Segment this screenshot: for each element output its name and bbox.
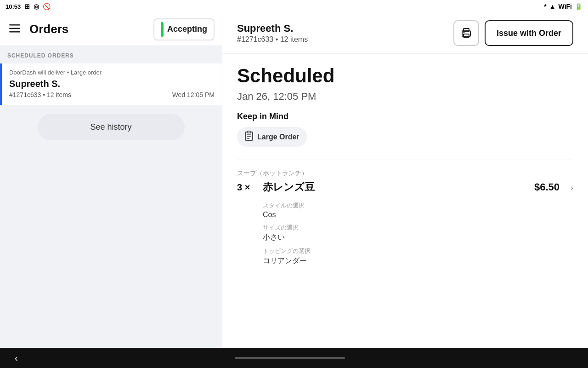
svg-rect-1: [9, 28, 20, 29]
order-status: Scheduled: [237, 65, 573, 87]
main-header: Supreeth S. #1271c633 • 12 items Issue w…: [222, 13, 588, 54]
order-item-row[interactable]: 3 × 赤レンズ豆 $6.50 ›: [237, 180, 573, 194]
customization-topping: トッピングの選択 コリアンダー: [263, 247, 573, 266]
style-value: Cos: [263, 211, 573, 219]
item-chevron-icon: ›: [571, 183, 573, 193]
order-card-customer-name: Supreeth S.: [9, 79, 215, 89]
style-label: スタイルの選択: [263, 201, 573, 210]
main-body: Scheduled Jan 26, 12:05 PM Keep in Mind …: [222, 54, 588, 348]
svg-point-6: [463, 32, 464, 34]
main-content: Supreeth S. #1271c633 • 12 items Issue w…: [222, 13, 588, 348]
order-card-time: Wed 12:05 PM: [172, 91, 215, 98]
order-datetime: Jan 26, 12:05 PM: [237, 91, 573, 103]
order-card-subtitle: DoorDash will deliver • Large order: [9, 69, 215, 76]
accepting-indicator: [161, 22, 164, 37]
item-quantity: 3 ×: [237, 182, 255, 193]
circle-icon: ◎: [34, 3, 39, 10]
size-value: 小さい: [263, 233, 573, 242]
svg-rect-0: [9, 24, 20, 26]
customization-size: サイズの選択 小さい: [263, 224, 573, 242]
back-button[interactable]: ‹: [11, 351, 22, 365]
menu-button[interactable]: [7, 22, 22, 37]
see-history-button[interactable]: See history: [38, 114, 185, 140]
status-bar: 10:53 ⊞ ◎ 🚫 * ▲ WiFi 🔋: [0, 0, 588, 13]
blocked-icon: 🚫: [43, 3, 51, 10]
item-price: $6.50: [534, 181, 560, 193]
item-name: 赤レンズ豆: [263, 180, 527, 194]
svg-rect-8: [247, 131, 251, 133]
bottom-nav-bar: ‹: [0, 348, 588, 368]
order-card-id: #1271c633 • 12 items: [9, 91, 71, 98]
keep-in-mind-label: Keep in Mind: [237, 112, 573, 121]
bluetooth-icon: *: [544, 3, 546, 10]
topping-value: コリアンダー: [263, 256, 573, 266]
large-order-badge: Large Order: [237, 127, 307, 147]
signal-icon: ▲: [549, 3, 556, 10]
status-time: 10:53: [6, 3, 21, 10]
size-label: サイズの選択: [263, 224, 573, 232]
print-button[interactable]: [453, 20, 479, 46]
clipboard-icon: [244, 131, 254, 143]
accepting-badge: Accepting: [153, 18, 215, 40]
main-header-order-info: #1271c633 • 12 items: [237, 35, 308, 44]
issue-with-order-button[interactable]: Issue with Order: [485, 20, 573, 46]
scroll-indicator: [235, 357, 345, 359]
scheduled-orders-header: SCHEDULED ORDERS: [0, 46, 222, 63]
wifi-icon: WiFi: [559, 3, 572, 10]
divider: [237, 160, 573, 160]
large-order-label: Large Order: [257, 133, 300, 141]
tablet-icon: ⊞: [24, 3, 30, 10]
orders-title: Orders: [29, 22, 146, 36]
order-card[interactable]: DoorDash will deliver • Large order Supr…: [0, 63, 222, 105]
sidebar-header: Orders Accepting: [0, 13, 222, 46]
accepting-label: Accepting: [167, 24, 207, 34]
main-header-actions: Issue with Order: [453, 20, 573, 46]
svg-rect-2: [9, 31, 20, 33]
battery-icon: 🔋: [575, 3, 582, 10]
item-customizations: スタイルの選択 Cos サイズの選択 小さい トッピングの選択 コリアンダー: [263, 201, 573, 266]
item-category: スープ（ホットランチ）: [237, 169, 573, 178]
main-header-info: Supreeth S. #1271c633 • 12 items: [237, 23, 308, 44]
sidebar: Orders Accepting SCHEDULED ORDERS DoorDa…: [0, 13, 222, 348]
customization-style: スタイルの選択 Cos: [263, 201, 573, 219]
main-header-customer-name: Supreeth S.: [237, 23, 308, 34]
topping-label: トッピングの選択: [263, 247, 573, 255]
